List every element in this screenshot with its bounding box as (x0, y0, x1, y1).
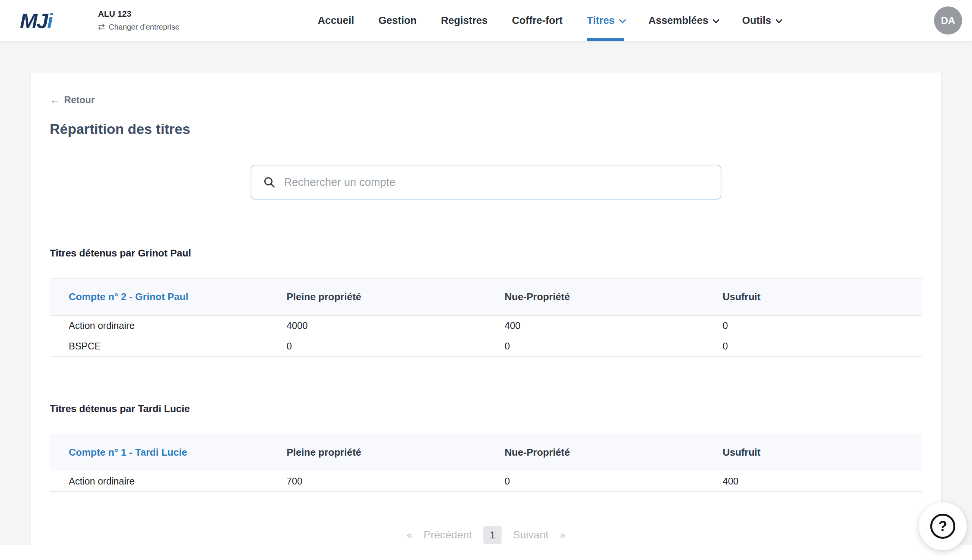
table-header-row: Compte n° 1 - Tardi Lucie Pleine proprié… (50, 434, 922, 471)
search-input[interactable] (284, 176, 709, 188)
pagination-page-1[interactable]: 1 (483, 526, 501, 544)
active-tab-underline (587, 38, 624, 41)
table-header-row: Compte n° 2 - Grinot Paul Pleine proprié… (50, 278, 922, 316)
pagination-next-button[interactable]: Suivant (513, 529, 548, 541)
pagination-prev-button[interactable]: Précédent (423, 529, 472, 541)
nav-item-gestion[interactable]: Gestion (379, 0, 417, 41)
value-pleine: 0 (268, 336, 486, 357)
main-navigation: Accueil Gestion Registres Coffre-fort Ti… (318, 0, 781, 41)
table-row: Action ordinaire 4000 400 0 (50, 316, 922, 336)
col-usufruit: Usufruit (704, 278, 922, 316)
section-heading-grinot: Titres détenus par Grinot Paul (50, 247, 922, 259)
value-usufruit: 0 (704, 316, 922, 336)
search-icon (263, 176, 276, 188)
swap-arrows-icon: ⇄ (98, 22, 105, 32)
value-nue: 400 (486, 316, 704, 336)
back-label: Retour (64, 95, 95, 105)
pagination-first-icon[interactable]: « (407, 529, 412, 541)
value-usufruit: 400 (704, 471, 922, 492)
app-logo[interactable]: MJi (0, 0, 72, 41)
nav-item-coffre-fort[interactable]: Coffre-fort (512, 0, 562, 41)
col-nue-propriete: Nue-Propriété (486, 278, 704, 316)
value-pleine: 4000 (268, 316, 486, 336)
logo-text: MJi (20, 8, 52, 33)
account-search (251, 165, 721, 200)
back-arrow-icon: ← (50, 95, 60, 105)
question-mark-icon: ? (930, 514, 955, 539)
section-heading-tardi: Titres détenus par Tardi Lucie (50, 403, 922, 415)
table-row: BSPCE 0 0 0 (50, 336, 922, 357)
company-name: ALU 123 (98, 9, 180, 19)
value-nue: 0 (486, 336, 704, 357)
table-row: Action ordinaire 700 0 400 (50, 471, 922, 492)
nav-item-assemblees[interactable]: Assemblées (648, 0, 718, 41)
help-button[interactable]: ? (919, 502, 967, 550)
chevron-down-icon (619, 16, 626, 23)
account-link-tardi[interactable]: Compte n° 1 - Tardi Lucie (50, 434, 268, 471)
page-title: Répartition des titres (50, 122, 922, 137)
security-label: Action ordinaire (50, 471, 268, 492)
col-pleine-propriete: Pleine propriété (268, 278, 486, 316)
value-usufruit: 0 (704, 336, 922, 357)
content-card: ← Retour Répartition des titres Titres d… (30, 72, 942, 545)
pagination-last-icon[interactable]: » (560, 529, 565, 541)
switch-company-link[interactable]: ⇄ Changer d'entreprise (98, 22, 180, 32)
col-pleine-propriete: Pleine propriété (268, 434, 486, 471)
back-link[interactable]: ← Retour (50, 95, 95, 105)
value-pleine: 700 (268, 471, 486, 492)
footer-strip (0, 545, 972, 560)
security-label: BSPCE (50, 336, 268, 357)
nav-item-accueil[interactable]: Accueil (318, 0, 354, 41)
account-link-grinot[interactable]: Compte n° 2 - Grinot Paul (50, 278, 268, 316)
company-block: ALU 123 ⇄ Changer d'entreprise (98, 9, 180, 32)
titles-table-tardi: Compte n° 1 - Tardi Lucie Pleine proprié… (50, 434, 922, 492)
nav-item-titres[interactable]: Titres (587, 0, 624, 41)
nav-item-registres[interactable]: Registres (441, 0, 488, 41)
value-nue: 0 (486, 471, 704, 492)
user-avatar[interactable]: DA (934, 7, 962, 35)
top-navbar: MJi ALU 123 ⇄ Changer d'entreprise Accue… (0, 0, 972, 41)
col-usufruit: Usufruit (704, 434, 922, 471)
pagination: « Précédent 1 Suivant » (50, 526, 922, 544)
main-area: ← Retour Répartition des titres Titres d… (0, 41, 972, 545)
security-label: Action ordinaire (50, 316, 268, 336)
titles-table-grinot: Compte n° 2 - Grinot Paul Pleine proprié… (50, 278, 922, 357)
switch-company-label: Changer d'entreprise (109, 23, 179, 32)
chevron-down-icon (775, 16, 782, 23)
chevron-down-icon (713, 16, 720, 23)
col-nue-propriete: Nue-Propriété (486, 434, 704, 471)
nav-item-outils[interactable]: Outils (742, 0, 781, 41)
